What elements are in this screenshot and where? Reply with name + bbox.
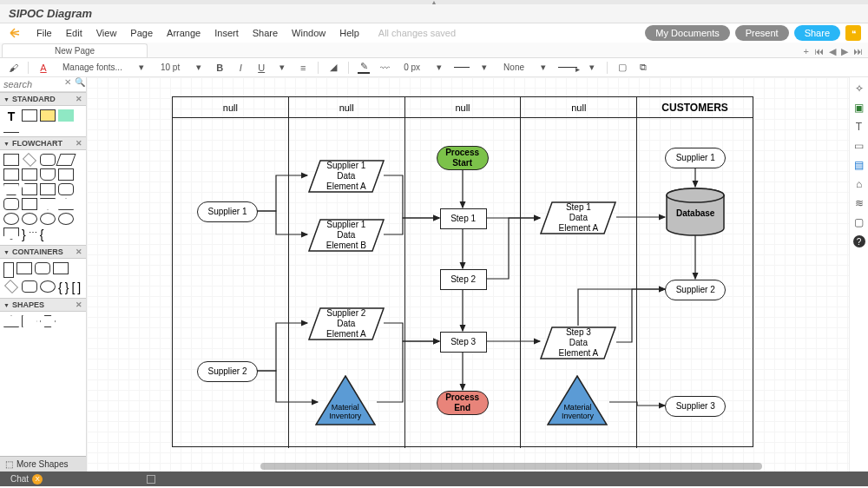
menu-page[interactable]: Page <box>123 28 160 38</box>
menu-edit[interactable]: Edit <box>59 28 89 38</box>
search-icon[interactable]: 🔍 <box>74 77 86 91</box>
page-tab[interactable]: New Page <box>2 43 148 57</box>
font-family-dropdown[interactable]: Manage fonts... <box>58 61 127 74</box>
arrow-sample-icon[interactable]: ▸ <box>558 67 577 68</box>
help-icon[interactable]: ? <box>853 235 865 247</box>
shape-internal[interactable] <box>22 168 37 181</box>
shape-brace-open[interactable]: { <box>40 228 44 241</box>
menu-file[interactable]: File <box>30 28 59 38</box>
stack-icon[interactable]: ≋ <box>853 197 865 209</box>
stroke-stepper-icon[interactable]: ▾ <box>433 62 445 74</box>
align-dropdown-icon[interactable]: ▾ <box>276 62 288 74</box>
shape-connector[interactable] <box>3 213 19 225</box>
shape-cont-brace-l[interactable]: { <box>58 280 62 294</box>
canvas[interactable]: null null null null CUSTOMERS Supplier 1… <box>87 77 849 472</box>
shape-cont-rect[interactable] <box>53 262 69 274</box>
notification-badge-icon[interactable]: ❝ <box>845 25 861 41</box>
shape-line[interactable] <box>3 132 19 133</box>
shape-hexagon[interactable] <box>40 315 56 327</box>
line-sample-icon[interactable] <box>454 67 470 68</box>
present-button[interactable]: Present <box>735 25 789 41</box>
shape-swim-v[interactable] <box>3 262 14 278</box>
node-database[interactable]: Database <box>665 188 726 236</box>
shape-doc[interactable] <box>40 168 56 181</box>
search-input[interactable] <box>0 77 62 91</box>
menu-help[interactable]: Help <box>332 28 366 38</box>
menu-insert[interactable]: Insert <box>207 28 246 38</box>
clear-search-icon[interactable]: ✕ <box>62 77 74 91</box>
font-dropdown-icon[interactable]: ▾ <box>135 62 148 74</box>
nav-next-icon[interactable]: ▶ <box>841 46 848 57</box>
stroke-width-field[interactable]: 0 px <box>399 61 424 74</box>
shape-predef[interactable] <box>3 168 19 181</box>
sipoc-container[interactable]: null null null null CUSTOMERS Supplier 1… <box>172 96 753 447</box>
node-material-inv-2[interactable]: Material Inventory <box>547 375 608 425</box>
shape-cont-circle[interactable] <box>40 280 56 293</box>
panel-containers-header[interactable]: ▼CONTAINERS✕ <box>0 245 86 259</box>
node-s1-data-a[interactable]: Supplier 1 Data Element A <box>308 160 385 193</box>
node-process-start[interactable]: Process Start <box>437 146 489 170</box>
fill-color-icon[interactable]: ◢ <box>327 62 339 74</box>
node-supplier1[interactable]: Supplier 1 <box>197 201 258 222</box>
shape-cont-pill[interactable] <box>22 280 37 293</box>
smart-icon[interactable]: ✧ <box>853 82 865 95</box>
shape-swim-h[interactable] <box>16 262 32 274</box>
node-supplier2[interactable]: Supplier 2 <box>197 361 258 382</box>
shape-process[interactable] <box>3 154 19 166</box>
font-size-field[interactable]: 10 pt <box>156 61 184 74</box>
ai-icon[interactable]: ▣ <box>853 102 865 114</box>
arrow-end-stepper-icon[interactable]: ▾ <box>586 62 598 74</box>
shape-stored[interactable] <box>3 198 19 210</box>
app-logo-icon[interactable] <box>5 23 24 43</box>
node-step2[interactable]: Step 2 <box>440 269 487 290</box>
sipoc-header-0[interactable]: null <box>173 97 289 117</box>
node-s2-data-a[interactable]: Supplier 2 Data Element A <box>308 307 385 340</box>
horizontal-scrollbar[interactable] <box>260 463 762 470</box>
arrow-start-stepper-icon[interactable]: ▾ <box>537 62 549 74</box>
nav-last-icon[interactable]: ⏭ <box>853 46 863 57</box>
comment-icon[interactable]: ⌂ <box>853 178 865 190</box>
panel-standard-header[interactable]: ▼STANDARD✕ <box>0 92 86 106</box>
shape-rect[interactable] <box>22 109 37 122</box>
panel-flowchart-header[interactable]: ▼FLOWCHART✕ <box>0 136 86 150</box>
chat-button[interactable]: ChatX <box>10 474 43 485</box>
panel-shapes-header[interactable]: ▼SHAPES✕ <box>0 298 86 312</box>
shape-tri-right[interactable] <box>22 315 37 327</box>
shape-dots[interactable]: ⋯ <box>29 228 37 241</box>
sipoc-header-3[interactable]: null <box>521 97 637 117</box>
node-cust-sup2[interactable]: Supplier 2 <box>665 280 726 300</box>
shape-merge[interactable] <box>58 198 74 210</box>
line-color-icon[interactable]: ✎ <box>358 62 370 74</box>
shape-junction[interactable] <box>40 213 56 225</box>
more-shapes-button[interactable]: ⬚More Shapes <box>0 456 86 472</box>
bold-icon[interactable]: B <box>214 62 226 74</box>
shape-cont-bracket-r[interactable]: ] <box>77 280 81 294</box>
shape-loop[interactable] <box>22 198 37 210</box>
node-step3-data[interactable]: Step 3 Data Element A <box>540 326 616 359</box>
sipoc-header-1[interactable]: null <box>289 97 405 117</box>
shape-multidoc[interactable] <box>58 168 74 181</box>
menu-window[interactable]: Window <box>285 28 332 38</box>
layers-icon[interactable]: ▤ <box>853 159 865 171</box>
shape-triangle[interactable] <box>3 315 19 327</box>
nav-first-icon[interactable]: ⏮ <box>814 46 824 57</box>
shape-decision[interactable] <box>23 153 36 167</box>
shape-note[interactable] <box>40 109 56 122</box>
shape-fill-green[interactable] <box>58 109 74 122</box>
crop-icon[interactable]: ⧉ <box>637 62 649 74</box>
node-s1-data-b[interactable]: Supplier 1 Data Element B <box>308 219 385 252</box>
node-cust-sup3[interactable]: Supplier 3 <box>665 396 726 417</box>
node-step3[interactable]: Step 3 <box>440 332 487 353</box>
line-style-icon[interactable]: 〰 <box>378 62 391 74</box>
footer-toggle-icon[interactable] <box>147 475 155 484</box>
paint-format-icon[interactable]: 🖌 <box>7 62 19 74</box>
shape-delay[interactable] <box>40 183 56 195</box>
shape-offpage[interactable] <box>3 228 19 240</box>
nav-prev-icon[interactable]: ◀ <box>829 46 836 57</box>
menu-arrange[interactable]: Arrange <box>160 28 207 38</box>
shape-data[interactable] <box>56 154 76 166</box>
my-documents-button[interactable]: My Documents <box>645 25 729 41</box>
shape-card[interactable] <box>22 183 37 195</box>
font-color-icon[interactable]: A <box>37 62 49 74</box>
shape-extract[interactable] <box>40 198 56 210</box>
